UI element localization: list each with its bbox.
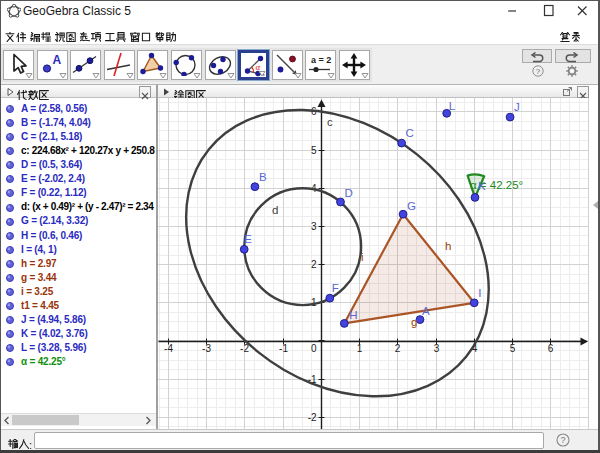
svg-text:H: H (349, 309, 357, 321)
svg-text:5: 5 (311, 145, 317, 156)
svg-text:c: c (327, 116, 333, 128)
svg-text:g: g (411, 316, 417, 328)
svg-text:-4: -4 (164, 343, 173, 354)
svg-text:-2: -2 (308, 412, 317, 423)
svg-text:2: 2 (395, 343, 401, 354)
svg-text:a = 2: a = 2 (311, 55, 331, 65)
svg-text:5: 5 (510, 343, 516, 354)
svg-text:1: 1 (357, 343, 363, 354)
svg-text:?: ? (536, 67, 541, 76)
svg-text:C: C (406, 127, 414, 139)
svg-text:A: A (422, 305, 430, 317)
svg-text:0: 0 (311, 343, 317, 354)
svg-text:A: A (52, 53, 61, 67)
svg-text:h: h (445, 240, 451, 252)
svg-text:K: K (478, 180, 486, 192)
svg-text:i: i (361, 251, 364, 263)
svg-text:-1: -1 (279, 343, 288, 354)
svg-text:d: d (272, 204, 278, 216)
svg-text:6: 6 (548, 343, 554, 354)
svg-text:E: E (244, 233, 252, 245)
svg-text:F: F (332, 282, 339, 294)
svg-text:I: I (478, 287, 481, 299)
svg-text:-3: -3 (202, 343, 211, 354)
svg-text:B: B (259, 171, 267, 183)
svg-text:L: L (449, 100, 456, 112)
svg-text:2: 2 (311, 259, 317, 270)
svg-text:3: 3 (434, 343, 440, 354)
svg-text:?: ? (560, 435, 565, 445)
svg-text:D: D (345, 187, 353, 199)
svg-text:J: J (514, 101, 520, 113)
svg-text:3: 3 (311, 221, 317, 232)
svg-text:G: G (407, 200, 416, 212)
